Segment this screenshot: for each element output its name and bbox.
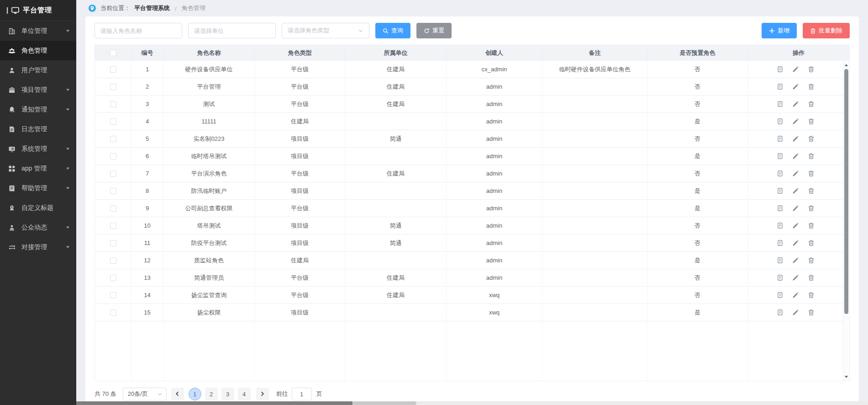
- sidebar-item-notice[interactable]: 通知管理: [0, 100, 76, 119]
- edit-icon[interactable]: [792, 292, 799, 298]
- edit-icon[interactable]: [792, 83, 799, 90]
- detail-icon[interactable]: [777, 153, 784, 160]
- edit-icon[interactable]: [792, 205, 799, 212]
- delete-icon[interactable]: [808, 309, 815, 316]
- vertical-scrollbar-thumb[interactable]: [844, 69, 848, 314]
- row-checkbox[interactable]: [110, 292, 116, 298]
- sidebar-item-log[interactable]: 日志管理: [0, 119, 76, 139]
- detail-icon[interactable]: [777, 309, 784, 316]
- prev-page-button[interactable]: [171, 388, 184, 400]
- sidebar-item-role[interactable]: 角色管理: [0, 41, 76, 60]
- delete-icon[interactable]: [808, 66, 815, 73]
- row-checkbox[interactable]: [110, 118, 116, 125]
- row-checkbox[interactable]: [110, 240, 116, 246]
- delete-icon[interactable]: [808, 170, 815, 177]
- detail-icon[interactable]: [777, 101, 784, 107]
- delete-icon[interactable]: [808, 257, 815, 264]
- edit-icon[interactable]: [792, 135, 799, 142]
- next-page-button[interactable]: [256, 388, 269, 400]
- page-button-2[interactable]: 2: [205, 388, 218, 400]
- sidebar-item-unit[interactable]: 单位管理: [0, 21, 76, 41]
- row-checkbox[interactable]: [110, 275, 116, 281]
- sidebar-item-help[interactable]: 帮助管理: [0, 178, 76, 198]
- edit-icon[interactable]: [792, 118, 799, 125]
- detail-icon[interactable]: [777, 205, 784, 212]
- sidebar-item-project[interactable]: 项目管理: [0, 80, 76, 100]
- detail-icon[interactable]: [777, 187, 784, 194]
- sidebar-item-custom-title[interactable]: 自定义标题: [0, 198, 76, 218]
- delete-icon[interactable]: [808, 240, 815, 246]
- scroll-up-arrow-icon[interactable]: [843, 62, 849, 68]
- delete-icon[interactable]: [808, 205, 815, 212]
- edit-icon[interactable]: [792, 240, 799, 246]
- edit-icon[interactable]: [792, 309, 799, 316]
- page-button-4[interactable]: 4: [238, 388, 251, 400]
- sidebar-item-user[interactable]: 用户管理: [0, 60, 76, 80]
- edit-icon[interactable]: [792, 153, 799, 160]
- row-checkbox[interactable]: [110, 153, 116, 160]
- detail-icon[interactable]: [777, 240, 784, 246]
- row-checkbox[interactable]: [110, 223, 116, 229]
- breadcrumb-root[interactable]: 平台管理系统: [134, 4, 170, 12]
- edit-icon[interactable]: [792, 66, 799, 73]
- cell-creator: admin: [447, 269, 542, 287]
- cell-id: 8: [132, 182, 163, 200]
- detail-icon[interactable]: [777, 118, 784, 125]
- edit-icon[interactable]: [792, 222, 799, 229]
- row-checkbox[interactable]: [110, 84, 116, 90]
- delete-icon[interactable]: [808, 274, 815, 281]
- goto-page-input[interactable]: [292, 388, 312, 400]
- role-type-select[interactable]: 请选择角色类型: [282, 23, 369, 38]
- detail-icon[interactable]: [777, 135, 784, 142]
- row-checkbox[interactable]: [110, 257, 116, 264]
- delete-icon[interactable]: [808, 187, 815, 194]
- row-checkbox[interactable]: [110, 205, 116, 212]
- batch-delete-button[interactable]: 批量删除: [803, 23, 850, 38]
- delete-icon[interactable]: [808, 292, 815, 298]
- horizontal-scrollbar-thumb-end[interactable]: [352, 401, 416, 405]
- horizontal-scrollbar-thumb[interactable]: [76, 401, 352, 405]
- edit-icon[interactable]: [792, 101, 799, 107]
- page-button-3[interactable]: 3: [221, 388, 234, 400]
- delete-icon[interactable]: [808, 118, 815, 125]
- detail-icon[interactable]: [777, 222, 784, 229]
- sidebar-item-app[interactable]: app 管理: [0, 159, 76, 178]
- cell-preset: 否: [647, 96, 748, 113]
- row-checkbox[interactable]: [110, 66, 116, 73]
- detail-icon[interactable]: [777, 292, 784, 298]
- detail-icon[interactable]: [777, 274, 784, 281]
- select-all-checkbox[interactable]: [110, 50, 116, 56]
- row-checkbox[interactable]: [110, 171, 116, 177]
- unit-select[interactable]: [188, 23, 276, 38]
- edit-icon[interactable]: [792, 170, 799, 177]
- row-checkbox[interactable]: [110, 101, 116, 107]
- edit-icon[interactable]: [792, 274, 799, 281]
- delete-icon[interactable]: [808, 222, 815, 229]
- add-button-label: 新增: [778, 27, 789, 35]
- horizontal-scrollbar[interactable]: [76, 401, 868, 405]
- add-button[interactable]: 新增: [762, 23, 797, 38]
- detail-icon[interactable]: [777, 170, 784, 177]
- vertical-scrollbar[interactable]: [843, 61, 849, 381]
- delete-icon[interactable]: [808, 153, 815, 160]
- delete-icon[interactable]: [808, 101, 815, 107]
- delete-icon[interactable]: [808, 135, 815, 142]
- row-checkbox[interactable]: [110, 188, 116, 194]
- role-name-input[interactable]: [95, 23, 182, 38]
- edit-icon[interactable]: [792, 187, 799, 194]
- search-button[interactable]: 查询: [375, 23, 410, 38]
- reset-button[interactable]: 重置: [416, 23, 452, 38]
- row-checkbox[interactable]: [110, 309, 116, 316]
- page-size-select[interactable]: 20条/页: [123, 388, 167, 400]
- scroll-down-arrow-icon[interactable]: [843, 373, 849, 380]
- detail-icon[interactable]: [777, 83, 784, 90]
- page-button-1[interactable]: 1: [189, 388, 201, 400]
- delete-icon[interactable]: [808, 83, 815, 90]
- detail-icon[interactable]: [777, 257, 784, 264]
- sidebar-item-integration[interactable]: 对接管理: [0, 237, 76, 257]
- sidebar-item-system[interactable]: 系统管理: [0, 139, 76, 159]
- row-checkbox[interactable]: [110, 136, 116, 142]
- sidebar-item-public[interactable]: 公众动态: [0, 218, 76, 237]
- detail-icon[interactable]: [777, 66, 784, 73]
- edit-icon[interactable]: [792, 257, 799, 264]
